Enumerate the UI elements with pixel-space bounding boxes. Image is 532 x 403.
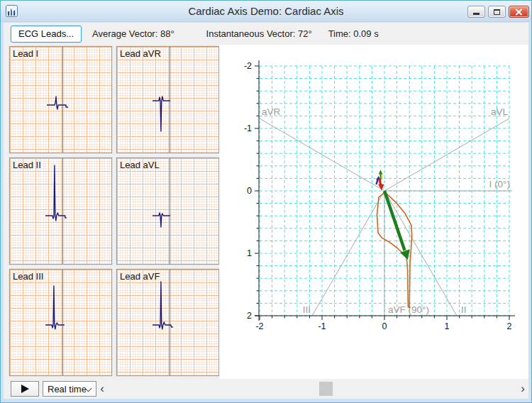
timeline-scrollbar: ‹ › — [96, 381, 528, 397]
lead-label: Lead aVL — [120, 160, 160, 170]
lead-label: Lead III — [13, 271, 43, 282]
lead-panel-avr: Lead aVR — [116, 46, 219, 153]
title-bar[interactable]: Cardiac Axis Demo: Cardiac Axis — [1, 1, 531, 22]
playback-bar: Real time ‹ › — [4, 379, 528, 399]
ecg-trace-lead-avf — [117, 270, 218, 375]
play-icon — [21, 385, 29, 393]
lead-panel-avl: Lead aVL — [116, 158, 219, 265]
playback-mode-select[interactable]: Real time — [43, 381, 96, 397]
lead-panel-ii: Lead II — [9, 158, 112, 265]
svg-text:-1: -1 — [244, 123, 252, 133]
toolbar: ECG Leads... Average Vector: 88° Instant… — [4, 23, 528, 45]
minimize-icon — [473, 13, 480, 15]
lead-label: Lead aVF — [120, 271, 160, 282]
lead-panel-iii: Lead III — [9, 269, 112, 376]
scrollbar-track[interactable] — [108, 381, 517, 397]
time-readout: Time: 0.09 s — [328, 28, 379, 39]
window-title: Cardiac Axis Demo: Cardiac Axis — [1, 5, 531, 17]
playback-mode-value: Real time — [48, 384, 87, 394]
ecg-trace-lead-ii — [10, 158, 111, 264]
ecg-trace-lead-i — [10, 47, 111, 153]
play-button[interactable] — [11, 381, 39, 397]
axis-rays — [260, 118, 512, 316]
instantaneous-vector-readout: Instantaneous Vector: 72° — [206, 28, 312, 39]
maximize-icon — [494, 9, 500, 15]
ecg-trace-lead-avr — [117, 47, 218, 153]
label-avl: aVL — [491, 106, 509, 117]
scrollbar-thumb[interactable] — [319, 382, 333, 396]
svg-text:2: 2 — [507, 321, 512, 331]
svg-text:1: 1 — [247, 248, 252, 258]
scroll-right-button[interactable]: › — [517, 382, 528, 396]
svg-text:-2: -2 — [244, 61, 252, 71]
svg-text:2: 2 — [247, 311, 252, 321]
label-avr: aVR — [262, 106, 281, 117]
label-lead-ii: II — [461, 304, 467, 315]
ray-avr — [260, 118, 384, 191]
lead-label: Lead aVR — [120, 48, 161, 59]
scroll-left-button[interactable]: ‹ — [96, 382, 108, 396]
cardiac-axis-plot: aVR aVL I (0°) III aVF (90°) II — [219, 45, 528, 379]
close-icon — [515, 9, 523, 16]
svg-text:-2: -2 — [255, 321, 263, 331]
average-vector-arrow — [378, 179, 384, 191]
lead-panel-i: Lead I — [9, 46, 112, 153]
close-button[interactable] — [509, 6, 529, 18]
app-window: Cardiac Axis Demo: Cardiac Axis ECG Lead… — [0, 0, 532, 403]
svg-text:0: 0 — [247, 186, 252, 196]
maximize-button[interactable] — [488, 6, 506, 18]
ecg-trace-lead-iii — [10, 270, 111, 375]
svg-text:-1: -1 — [318, 321, 326, 331]
ecg-leads-button[interactable]: ECG Leads... — [11, 26, 82, 43]
svg-text:0: 0 — [382, 321, 387, 331]
average-vector-readout: Average Vector: 88° — [92, 28, 174, 39]
svg-text:1: 1 — [445, 321, 450, 331]
ecg-trace-lead-avl — [117, 158, 218, 264]
ecg-leads-grid: Lead I Lead aVR Lead II — [4, 45, 219, 379]
minimize-button[interactable] — [467, 6, 485, 18]
client-area: ECG Leads... Average Vector: 88° Instant… — [4, 23, 528, 399]
lead-label: Lead II — [13, 160, 41, 170]
label-lead-iii: III — [303, 304, 311, 315]
label-lead-i: I (0°) — [489, 179, 510, 189]
lead-panel-avf: Lead aVF — [116, 269, 219, 376]
ray-lead-iii — [312, 191, 384, 316]
lead-label: Lead I — [13, 48, 38, 59]
